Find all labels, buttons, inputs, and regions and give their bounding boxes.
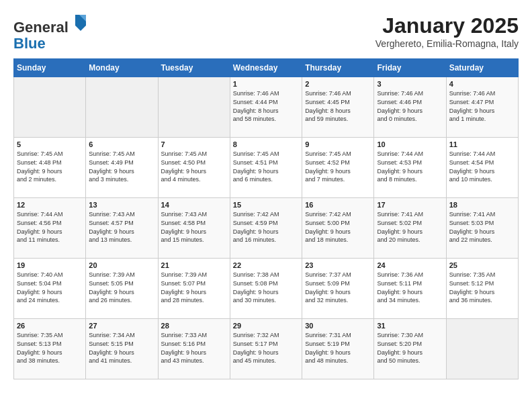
calendar-cell: 22Sunrise: 7:38 AM Sunset: 5:08 PM Dayli… [230, 259, 302, 319]
day-info: Sunrise: 7:44 AM Sunset: 4:54 PM Dayligh… [449, 150, 515, 183]
day-info: Sunrise: 7:44 AM Sunset: 4:53 PM Dayligh… [377, 150, 443, 183]
day-number: 23 [305, 261, 371, 269]
calendar-cell: 13Sunrise: 7:43 AM Sunset: 4:57 PM Dayli… [86, 198, 158, 259]
calendar-cell: 17Sunrise: 7:41 AM Sunset: 5:02 PM Dayli… [374, 198, 446, 259]
weekday-header: Saturday [446, 59, 518, 77]
day-info: Sunrise: 7:39 AM Sunset: 5:07 PM Dayligh… [161, 271, 227, 304]
day-info: Sunrise: 7:38 AM Sunset: 5:08 PM Dayligh… [233, 271, 299, 304]
day-number: 12 [17, 201, 83, 209]
calendar-body: 1Sunrise: 7:46 AM Sunset: 4:44 PM Daylig… [14, 77, 519, 379]
logo-text: General [13, 13, 87, 36]
day-info: Sunrise: 7:30 AM Sunset: 5:20 PM Dayligh… [377, 331, 443, 365]
day-number: 8 [233, 140, 299, 148]
day-info: Sunrise: 7:44 AM Sunset: 4:56 PM Dayligh… [17, 210, 83, 244]
day-info: Sunrise: 7:39 AM Sunset: 5:05 PM Dayligh… [89, 271, 154, 304]
calendar-cell: 11Sunrise: 7:44 AM Sunset: 4:54 PM Dayli… [446, 138, 518, 198]
logo-icon [74, 13, 87, 32]
calendar-cell: 24Sunrise: 7:36 AM Sunset: 5:11 PM Dayli… [374, 259, 446, 319]
day-number: 20 [89, 261, 154, 269]
calendar-week-row: 26Sunrise: 7:35 AM Sunset: 5:13 PM Dayli… [14, 319, 519, 379]
day-info: Sunrise: 7:45 AM Sunset: 4:49 PM Dayligh… [89, 150, 154, 183]
calendar-cell: 10Sunrise: 7:44 AM Sunset: 4:53 PM Dayli… [374, 138, 446, 198]
calendar-cell: 25Sunrise: 7:35 AM Sunset: 5:12 PM Dayli… [446, 259, 518, 319]
day-info: Sunrise: 7:46 AM Sunset: 4:45 PM Dayligh… [305, 89, 371, 123]
calendar-week-row: 1Sunrise: 7:46 AM Sunset: 4:44 PM Daylig… [14, 77, 519, 138]
location: Verghereto, Emilia-Romagna, Italy [375, 38, 519, 49]
day-number: 24 [377, 261, 443, 269]
calendar-cell: 21Sunrise: 7:39 AM Sunset: 5:07 PM Dayli… [158, 259, 230, 319]
day-number: 15 [233, 201, 299, 209]
calendar-cell: 28Sunrise: 7:33 AM Sunset: 5:16 PM Dayli… [158, 319, 230, 379]
day-number: 4 [449, 80, 515, 88]
day-info: Sunrise: 7:46 AM Sunset: 4:47 PM Dayligh… [449, 89, 515, 123]
day-info: Sunrise: 7:41 AM Sunset: 5:03 PM Dayligh… [449, 210, 515, 244]
day-info: Sunrise: 7:46 AM Sunset: 4:44 PM Dayligh… [233, 89, 299, 123]
day-number: 22 [233, 261, 299, 269]
calendar-cell: 23Sunrise: 7:37 AM Sunset: 5:09 PM Dayli… [302, 259, 374, 319]
calendar-cell: 15Sunrise: 7:42 AM Sunset: 4:59 PM Dayli… [230, 198, 302, 259]
day-number: 10 [377, 140, 443, 148]
calendar-cell: 6Sunrise: 7:45 AM Sunset: 4:49 PM Daylig… [86, 138, 158, 198]
day-info: Sunrise: 7:37 AM Sunset: 5:09 PM Dayligh… [305, 271, 371, 304]
calendar-cell: 26Sunrise: 7:35 AM Sunset: 5:13 PM Dayli… [14, 319, 86, 379]
day-number: 25 [449, 261, 515, 269]
weekday-header: Thursday [302, 59, 374, 77]
day-number: 27 [89, 322, 154, 330]
day-info: Sunrise: 7:45 AM Sunset: 4:48 PM Dayligh… [17, 150, 83, 183]
calendar-cell: 2Sunrise: 7:46 AM Sunset: 4:45 PM Daylig… [302, 77, 374, 138]
calendar-cell: 12Sunrise: 7:44 AM Sunset: 4:56 PM Dayli… [14, 198, 86, 259]
month-title: January 2025 [375, 13, 519, 38]
day-number: 31 [377, 322, 443, 330]
day-number: 11 [449, 140, 515, 148]
day-number: 3 [377, 80, 443, 88]
calendar-header: SundayMondayTuesdayWednesdayThursdayFrid… [14, 59, 519, 77]
calendar-cell [446, 319, 518, 379]
calendar-cell [86, 77, 158, 138]
day-number: 16 [305, 201, 371, 209]
day-info: Sunrise: 7:45 AM Sunset: 4:50 PM Dayligh… [161, 150, 227, 183]
weekday-header: Sunday [14, 59, 86, 77]
weekday-header: Monday [86, 59, 158, 77]
day-number: 26 [17, 322, 83, 330]
calendar-cell: 9Sunrise: 7:45 AM Sunset: 4:52 PM Daylig… [302, 138, 374, 198]
weekday-header: Wednesday [230, 59, 302, 77]
calendar-week-row: 5Sunrise: 7:45 AM Sunset: 4:48 PM Daylig… [14, 138, 519, 198]
day-number: 14 [161, 201, 227, 209]
calendar-cell: 27Sunrise: 7:34 AM Sunset: 5:15 PM Dayli… [86, 319, 158, 379]
day-info: Sunrise: 7:33 AM Sunset: 5:16 PM Dayligh… [161, 331, 227, 365]
day-info: Sunrise: 7:43 AM Sunset: 4:58 PM Dayligh… [161, 210, 227, 244]
calendar-week-row: 12Sunrise: 7:44 AM Sunset: 4:56 PM Dayli… [14, 198, 519, 259]
calendar-cell: 20Sunrise: 7:39 AM Sunset: 5:05 PM Dayli… [86, 259, 158, 319]
day-info: Sunrise: 7:42 AM Sunset: 4:59 PM Dayligh… [233, 210, 299, 244]
calendar-cell: 31Sunrise: 7:30 AM Sunset: 5:20 PM Dayli… [374, 319, 446, 379]
day-number: 13 [89, 201, 154, 209]
day-number: 9 [305, 140, 371, 148]
day-number: 2 [305, 80, 371, 88]
weekday-header: Tuesday [158, 59, 230, 77]
calendar-cell: 29Sunrise: 7:32 AM Sunset: 5:17 PM Dayli… [230, 319, 302, 379]
calendar-cell [14, 77, 86, 138]
page-header: General Blue January 2025 Verghereto, Em… [13, 13, 519, 52]
calendar-cell [158, 77, 230, 138]
calendar-cell: 18Sunrise: 7:41 AM Sunset: 5:03 PM Dayli… [446, 198, 518, 259]
day-info: Sunrise: 7:31 AM Sunset: 5:19 PM Dayligh… [305, 331, 371, 365]
calendar-cell: 30Sunrise: 7:31 AM Sunset: 5:19 PM Dayli… [302, 319, 374, 379]
day-number: 30 [305, 322, 371, 330]
day-info: Sunrise: 7:35 AM Sunset: 5:13 PM Dayligh… [17, 331, 83, 365]
logo: General Blue [13, 13, 87, 52]
day-number: 19 [17, 261, 83, 269]
day-info: Sunrise: 7:40 AM Sunset: 5:04 PM Dayligh… [17, 271, 83, 304]
day-info: Sunrise: 7:36 AM Sunset: 5:11 PM Dayligh… [377, 271, 443, 304]
calendar-table: SundayMondayTuesdayWednesdayThursdayFrid… [13, 58, 519, 379]
calendar-cell: 1Sunrise: 7:46 AM Sunset: 4:44 PM Daylig… [230, 77, 302, 138]
calendar-cell: 7Sunrise: 7:45 AM Sunset: 4:50 PM Daylig… [158, 138, 230, 198]
calendar-cell: 5Sunrise: 7:45 AM Sunset: 4:48 PM Daylig… [14, 138, 86, 198]
calendar-cell: 19Sunrise: 7:40 AM Sunset: 5:04 PM Dayli… [14, 259, 86, 319]
calendar-cell: 14Sunrise: 7:43 AM Sunset: 4:58 PM Dayli… [158, 198, 230, 259]
day-number: 29 [233, 322, 299, 330]
day-number: 18 [449, 201, 515, 209]
day-number: 1 [233, 80, 299, 88]
day-info: Sunrise: 7:35 AM Sunset: 5:12 PM Dayligh… [449, 271, 515, 304]
calendar-cell: 3Sunrise: 7:46 AM Sunset: 4:46 PM Daylig… [374, 77, 446, 138]
day-info: Sunrise: 7:41 AM Sunset: 5:02 PM Dayligh… [377, 210, 443, 244]
